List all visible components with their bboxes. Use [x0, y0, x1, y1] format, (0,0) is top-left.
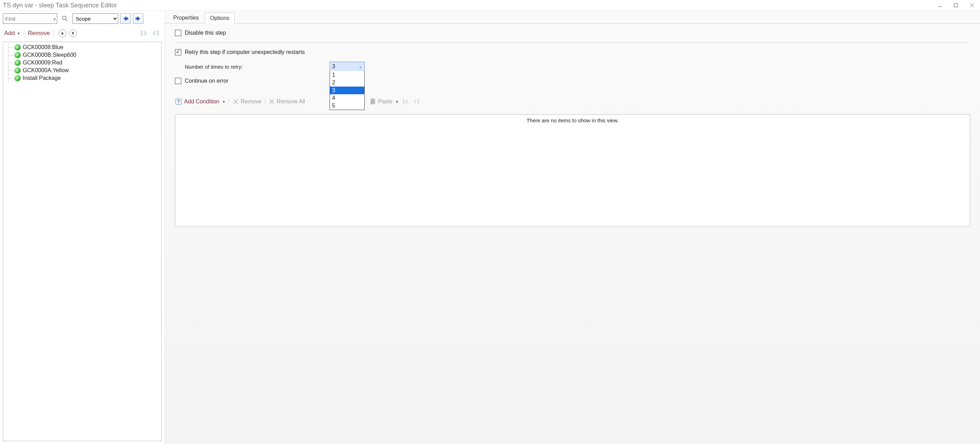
find-input[interactable]: [3, 13, 57, 24]
svg-rect-27: [418, 103, 419, 104]
scope-select[interactable]: Scope: [73, 13, 118, 24]
retry-count-option[interactable]: 1: [330, 71, 364, 79]
status-ok-icon: [14, 67, 21, 74]
tree-item[interactable]: GCK0000B:Sleep600: [5, 51, 160, 59]
svg-rect-7: [141, 33, 143, 33]
svg-rect-25: [418, 100, 419, 101]
svg-point-4: [62, 16, 66, 20]
status-ok-icon: [14, 60, 21, 66]
tree-item-label: GCK0000A:Yellow: [23, 67, 69, 74]
move-down-button[interactable]: [69, 29, 77, 37]
separator: [265, 98, 266, 105]
search-button[interactable]: [59, 13, 70, 24]
right-pane: Properties Options Disable this step Ret…: [165, 11, 980, 444]
options-panel: Disable this step Retry this step if com…: [165, 24, 980, 233]
chevron-down-icon: ▼: [17, 32, 20, 35]
tree-item-label: GCK0000B:Sleep600: [23, 52, 76, 58]
retry-count-option[interactable]: 5: [330, 102, 364, 110]
collapse-conditions-button[interactable]: [412, 97, 421, 106]
nav-prev-button[interactable]: [120, 13, 131, 24]
conditions-empty-text: There are no items to show in this view.: [527, 117, 619, 123]
close-button[interactable]: [964, 0, 980, 11]
step-tree[interactable]: GCK00008:Blue GCK0000B:Sleep600 GCK00009…: [3, 42, 162, 441]
remove-all-conditions-button[interactable]: Remove All: [269, 98, 305, 105]
svg-line-5: [65, 19, 67, 21]
remove-condition-button[interactable]: Remove: [233, 98, 262, 105]
svg-rect-26: [418, 101, 419, 102]
chevron-down-icon: ▼: [395, 100, 399, 104]
retry-count-option[interactable]: 2: [330, 79, 364, 87]
continue-on-error-label: Continue on error: [185, 78, 229, 84]
remove-condition-label: Remove: [240, 98, 262, 105]
chevron-down-icon: ⌄: [359, 64, 362, 69]
window-titlebar: TS dyn var - sleep Task Sequence Editor: [0, 0, 980, 11]
svg-rect-6: [141, 31, 143, 32]
tree-item[interactable]: Install Package: [5, 74, 160, 82]
maximize-button[interactable]: [948, 0, 964, 11]
svg-rect-11: [157, 34, 159, 35]
tree-item-label: Install Package: [23, 75, 61, 81]
svg-rect-23: [403, 101, 405, 102]
retry-count-option[interactable]: 4: [330, 94, 364, 102]
minimize-button[interactable]: [932, 0, 948, 11]
tabs: Properties Options: [165, 11, 980, 24]
remove-all-conditions-label: Remove All: [277, 98, 305, 105]
retry-count-label: Number of times to retry:: [185, 64, 243, 70]
find-clear-button[interactable]: x: [54, 16, 56, 21]
svg-rect-1: [954, 3, 958, 7]
add-condition-label: Add Condition: [184, 98, 220, 105]
disable-step-checkbox[interactable]: [175, 30, 181, 36]
move-up-button[interactable]: [59, 29, 66, 37]
svg-rect-8: [141, 34, 143, 35]
tree-item[interactable]: GCK00008:Blue: [5, 43, 160, 51]
paste-condition-button[interactable]: Paste ▼: [369, 98, 399, 105]
svg-rect-9: [157, 31, 159, 32]
nav-next-button[interactable]: [133, 13, 143, 24]
collapse-all-button[interactable]: [150, 28, 162, 39]
conditions-toolbar: ? Add Condition ▼ Remove Remove All: [175, 97, 970, 106]
add-condition-button[interactable]: ? Add Condition ▼: [175, 98, 226, 105]
svg-rect-24: [403, 103, 405, 104]
add-step-button[interactable]: Add ▼: [4, 30, 20, 37]
continue-on-error-checkbox[interactable]: [175, 78, 181, 84]
add-step-label: Add: [4, 30, 15, 37]
svg-rect-22: [403, 100, 405, 101]
retry-count-value: 3: [332, 63, 335, 70]
separator: [366, 98, 366, 105]
retry-step-label: Retry this step if computer unexpectedly…: [185, 49, 305, 56]
tree-item-label: GCK00009:Red: [23, 60, 62, 66]
status-ok-icon: [14, 44, 21, 51]
left-toolbar: x Scope: [0, 11, 164, 26]
separator: [24, 29, 24, 37]
expand-all-button[interactable]: [138, 28, 149, 39]
separator: [229, 98, 229, 105]
remove-step-button[interactable]: Remove: [28, 30, 50, 37]
chevron-down-icon: ▼: [222, 100, 226, 104]
tree-item[interactable]: GCK00009:Red: [5, 59, 160, 67]
disable-step-label: Disable this step: [185, 30, 226, 36]
tab-properties[interactable]: Properties: [168, 12, 204, 23]
separator: [53, 29, 54, 37]
paste-condition-label: Paste: [378, 98, 392, 105]
retry-count-option[interactable]: 3: [330, 87, 364, 94]
status-ok-icon: [14, 75, 21, 81]
status-ok-icon: [14, 52, 21, 58]
svg-text:?: ?: [177, 99, 180, 105]
left-pane: x Scope: [0, 11, 165, 444]
retry-step-checkbox[interactable]: [175, 49, 181, 56]
window-title: TS dyn var - sleep Task Sequence Editor: [3, 2, 117, 9]
conditions-list[interactable]: There are no items to show in this view.: [175, 114, 970, 227]
svg-rect-21: [372, 98, 374, 100]
remove-step-label: Remove: [28, 30, 50, 37]
tree-item-label: GCK00008:Blue: [23, 44, 64, 51]
tab-options[interactable]: Options: [205, 13, 235, 24]
expand-conditions-button[interactable]: [401, 97, 410, 106]
tree-item[interactable]: GCK0000A:Yellow: [5, 67, 160, 74]
window-controls: [932, 0, 980, 11]
retry-count-dropdown[interactable]: 1 2 3 4 5: [329, 71, 365, 110]
svg-rect-10: [157, 33, 159, 33]
retry-count-combobox[interactable]: 3 ⌄: [329, 62, 365, 71]
left-toolbar-actions: Add ▼ Remove: [0, 26, 164, 40]
